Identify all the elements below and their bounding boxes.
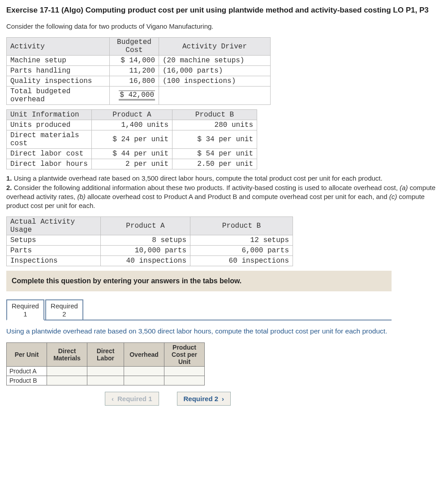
input-a-dm[interactable] [47,367,87,376]
question-2: 2. Consider the following additional inf… [6,183,442,211]
input-b-oh[interactable] [124,376,164,385]
hdr-per-unit: Per Unit [7,342,47,366]
exercise-title: Exercise 17-11 (Algo) Computing product … [6,5,442,16]
input-b-dl[interactable] [87,376,124,385]
answer-table: Per Unit DirectMaterials DirectLabor Ove… [6,342,205,385]
col-unit-info: Unit Information [7,110,92,120]
tabs-row: Required 1Required1 Required 2Required2 [6,299,392,320]
tab-required-1[interactable]: Required 1Required1 [6,299,44,320]
col-product-b: Product B [172,110,257,120]
input-a-dl[interactable] [87,367,124,376]
chevron-left-icon: ‹ [112,395,114,402]
complete-banner: Complete this question by entering your … [6,271,392,291]
hdr-overhead: Overhead [124,342,164,366]
answer-area: Complete this question by entering your … [6,271,392,406]
next-button[interactable]: Required 2 › [177,392,231,406]
col-activity-driver: Activity Driver [159,38,271,56]
input-a-oh[interactable] [124,367,164,376]
question-1: 1. 1. Using a plantwide overhead rate ba… [6,174,442,183]
hdr-direct-materials: DirectMaterials [47,342,87,366]
col-usage: Actual Activity Usage [7,217,101,235]
prev-label: Required 1 [117,395,152,402]
table-row: Product A [7,367,205,376]
col-usage-b: Product B [190,217,293,235]
nav-row: ‹ Required 1 Required 2 › [6,392,392,406]
col-activity: Activity [7,38,110,56]
col-product-a: Product A [92,110,172,120]
hdr-product-cost: ProductCost perUnit [164,342,205,366]
intro-text: Consider the following data for two prod… [6,22,442,31]
row-product-a: Product A [7,367,47,376]
row-total-overhead: Total budgeted overhead [7,87,110,105]
next-label: Required 2 [184,395,219,402]
col-budgeted-cost: Budgeted Cost [110,38,159,56]
table-row: Product B [7,376,205,385]
tab-required-2[interactable]: Required 2Required2 [45,299,83,320]
hdr-direct-labor: DirectLabor [87,342,124,366]
chevron-right-icon: › [222,395,224,402]
row-machine-setup: Machine setup [7,56,110,66]
row-quality-inspections: Quality inspections [7,76,110,87]
tab-description: Using a plantwide overhead rate based on… [6,327,392,336]
unit-info-table: Unit Information Product A Product B Uni… [6,109,257,169]
row-product-b: Product B [7,376,47,385]
prev-button: ‹ Required 1 [105,392,159,406]
col-usage-a: Product A [101,217,190,235]
input-b-total[interactable] [164,376,204,385]
activity-cost-table: Activity Budgeted Cost Activity Driver M… [6,37,271,105]
input-b-dm[interactable] [47,376,87,385]
row-parts-handling: Parts handling [7,66,110,76]
actual-usage-table: Actual Activity Usage Product A Product … [6,216,293,266]
input-a-total[interactable] [164,367,204,376]
question-instructions: 1. 1. Using a plantwide overhead rate ba… [6,174,442,210]
